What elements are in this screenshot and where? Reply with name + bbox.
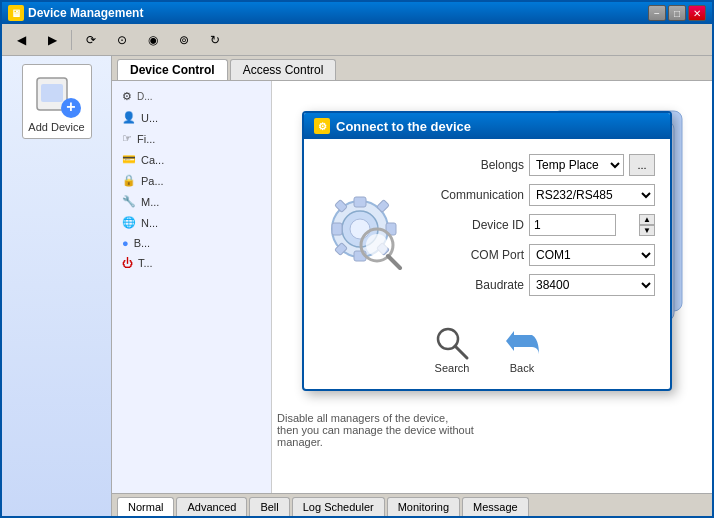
tab-bell[interactable]: Bell [249,497,289,516]
sidebar-card-label: Ca... [141,154,164,166]
device-id-input-wrapper [529,214,634,236]
main-area: + Add Device Device Control Access Contr… [2,56,712,516]
top-tabs: Device Control Access Control [112,56,712,81]
tab-access-control[interactable]: Access Control [230,59,337,80]
connect-dialog: ⚙ Connect to the device [302,111,672,391]
tab-monitoring[interactable]: Monitoring [387,497,460,516]
sidebar-network-label: N... [141,217,158,229]
device-main: ⚙ Connect to the device [272,81,712,493]
sidebar-item-password[interactable]: 🔒 Pa... [112,170,271,191]
device-id-label: Device ID [424,218,524,232]
sidebar-item-network[interactable]: 🌐 N... [112,212,271,233]
gear-icon: ⚙ [122,90,132,103]
sidebar-item-red[interactable]: ⏻ T... [112,253,271,273]
toolbar-btn-4[interactable]: ⊚ [170,28,198,52]
bottom-tabs: Normal Advanced Bell Log Scheduler Monit… [112,493,712,516]
belongs-browse-button[interactable]: ... [629,154,655,176]
sidebar-item-card[interactable]: 💳 Ca... [112,149,271,170]
main-window: 🖥 Device Management − □ ✕ ◀ ▶ ⟳ ⊙ ◉ ⊚ ↻ [0,0,714,518]
communication-row: Communication RS232/RS485 TCP/IP USB [424,184,655,206]
bottom-info-line2: then you can manage the device without m… [277,424,517,448]
communication-select[interactable]: RS232/RS485 TCP/IP USB [529,184,655,206]
svg-rect-1 [41,84,63,102]
tab-normal[interactable]: Normal [117,497,174,516]
search-icon [432,324,472,362]
svg-point-39 [442,333,454,345]
sidebar-item-gear[interactable]: ⚙ D... [112,86,271,107]
content-area: Device Control Access Control ⚙ D... 👤 U… [112,56,712,516]
forward-button[interactable]: ▶ [38,28,66,52]
dialog-icon: ⚙ [314,118,330,134]
sidebar-user-label: U... [141,112,158,124]
bottom-info-line1: Disable all managers of the device, [277,412,517,424]
manage-icon: 🔧 [122,195,136,208]
sidebar-password-label: Pa... [141,175,164,187]
restore-button[interactable]: □ [668,5,686,21]
sidebar-item-finger[interactable]: ☞ Fi... [112,128,271,149]
red-icon: ⏻ [122,257,133,269]
minimize-button[interactable]: − [648,5,666,21]
tab-log-scheduler[interactable]: Log Scheduler [292,497,385,516]
toolbar-separator [71,30,72,50]
svg-line-37 [388,256,400,268]
belongs-row: Belongs Temp Place Group 1 Group 2 [424,154,655,176]
communication-select-wrapper: RS232/RS485 TCP/IP USB [529,184,655,206]
close-button[interactable]: ✕ [688,5,706,21]
svg-line-40 [455,346,467,358]
app-icon: 🖥 [8,5,24,21]
toolbar-btn-1[interactable]: ⟳ [77,28,105,52]
tab-message[interactable]: Message [462,497,529,516]
device-sidebar: ⚙ D... 👤 U... ☞ Fi... 💳 Ca... [112,81,272,493]
sidebar-label: D... [137,91,153,102]
add-device-label: Add Device [28,121,84,133]
svg-point-36 [366,234,388,256]
back-button[interactable]: Back [502,324,542,374]
device-id-spinner: ▲ ▼ [639,214,655,236]
sidebar-item-user[interactable]: 👤 U... [112,107,271,128]
sidebar-manage-label: M... [141,196,159,208]
sidebar-item-blue[interactable]: ● B... [112,233,271,253]
svg-rect-29 [332,223,342,235]
baudrate-row: Baudrate 9600 19200 38400 57600 1152 [424,274,655,296]
com-port-select-wrapper: COM1 COM2 COM3 COM4 [529,244,655,266]
spin-up-button[interactable]: ▲ [639,214,655,225]
dialog-titlebar: ⚙ Connect to the device [304,113,670,139]
add-device-icon: + [33,70,81,118]
left-panel: + Add Device [2,56,112,516]
baudrate-label: Baudrate [424,278,524,292]
back-button[interactable]: ◀ [7,28,35,52]
dialog-form: Belongs Temp Place Group 1 Group 2 [424,154,655,304]
add-device-button[interactable]: + Add Device [22,64,92,139]
belongs-select[interactable]: Temp Place Group 1 Group 2 [529,154,624,176]
blue-icon: ● [122,237,129,249]
bottom-info: Disable all managers of the device, then… [277,412,517,448]
card-icon: 💳 [122,153,136,166]
tab-advanced[interactable]: Advanced [176,497,247,516]
device-id-input[interactable] [529,214,616,236]
spin-down-button[interactable]: ▼ [639,225,655,236]
belongs-select-wrapper: Temp Place Group 1 Group 2 [529,154,624,176]
baudrate-select[interactable]: 9600 19200 38400 57600 115200 [529,274,655,296]
search-label: Search [435,362,470,374]
finger-icon: ☞ [122,132,132,145]
dialog-body: Belongs Temp Place Group 1 Group 2 [304,139,670,319]
toolbar-btn-2[interactable]: ⊙ [108,28,136,52]
search-button[interactable]: Search [432,324,472,374]
back-icon [502,324,542,362]
tab-device-control[interactable]: Device Control [117,59,228,80]
com-port-row: COM Port COM1 COM2 COM3 COM4 [424,244,655,266]
back-label: Back [510,362,534,374]
user-icon: 👤 [122,111,136,124]
network-icon: 🌐 [122,216,136,229]
toolbar-btn-5[interactable]: ↻ [201,28,229,52]
sidebar-item-manage[interactable]: 🔧 M... [112,191,271,212]
title-controls: − □ ✕ [648,5,706,21]
com-port-label: COM Port [424,248,524,262]
com-port-select[interactable]: COM1 COM2 COM3 COM4 [529,244,655,266]
sidebar-blue-label: B... [134,237,151,249]
toolbar-btn-3[interactable]: ◉ [139,28,167,52]
baudrate-select-wrapper: 9600 19200 38400 57600 115200 [529,274,655,296]
dialog-actions: Search Back [304,319,670,389]
dialog-title: Connect to the device [336,119,471,134]
toolbar: ◀ ▶ ⟳ ⊙ ◉ ⊚ ↻ [2,24,712,56]
